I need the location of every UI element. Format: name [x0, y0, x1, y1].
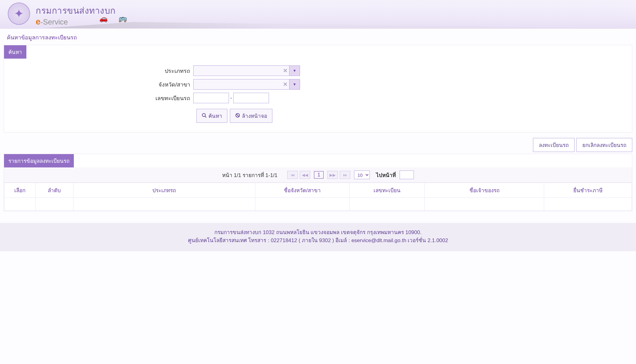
list-panel: รายการข้อมูลลงทะเบียนรถ หน้า 1/1 รายการท…: [4, 154, 632, 211]
table-cell: [4, 198, 36, 211]
register-button[interactable]: ลงทะเบียนรถ: [533, 138, 575, 152]
chevron-down-icon: ▼: [293, 69, 297, 73]
vehicle-type-label: ประเภทรถ: [10, 66, 193, 75]
last-page-button[interactable]: ⏭: [340, 171, 350, 179]
list-panel-header: รายการข้อมูลลงทะเบียนรถ: [4, 154, 74, 167]
data-table: เลือกลำดับประเภทรถชื่อจังหวัด/สาขาเลขทะเ…: [4, 183, 632, 211]
column-header: ประเภทรถ: [73, 183, 255, 198]
column-header: เลือก: [4, 183, 36, 198]
table-cell: [544, 198, 632, 211]
logo: ✦: [8, 2, 30, 25]
table-cell: [255, 198, 349, 211]
svg-line-1: [205, 116, 206, 118]
cancel-icon: [235, 113, 240, 119]
plate-label: เลขทะเบียนรถ: [10, 94, 193, 103]
page-size-select[interactable]: 10: [354, 171, 370, 179]
next-icon: ▶▶: [329, 173, 336, 177]
province-input[interactable]: [193, 79, 289, 90]
header-banner: ✦ กรมการขนส่งทางบก e-Service 🚗 🚌: [0, 0, 636, 29]
first-icon: ⏮: [291, 173, 295, 177]
prev-page-button[interactable]: ◀◀: [300, 171, 310, 179]
last-icon: ⏭: [343, 173, 347, 177]
paginator: หน้า 1/1 รายการที่ 1-1/1 ⏮ ◀◀ 1 ▶▶ ⏭ 10 …: [4, 167, 632, 183]
current-page[interactable]: 1: [314, 171, 324, 179]
chevron-down-icon: ▼: [293, 82, 297, 87]
table-cell: [425, 198, 544, 211]
column-header: ชื่อเจ้าของรถ: [425, 183, 544, 198]
goto-input[interactable]: [400, 171, 414, 179]
paginator-info: หน้า 1/1 รายการที่ 1-1/1: [222, 171, 278, 179]
vehicle-type-input[interactable]: [193, 65, 289, 76]
plate-input-1[interactable]: [193, 93, 229, 103]
vehicle-type-dropdown[interactable]: ▼: [289, 65, 300, 76]
search-panel: ค้นหา ประเภทรถ ✕ ▼ จังหวัด/สาขา: [4, 45, 632, 132]
dash-separator: -: [230, 95, 232, 101]
province-dropdown[interactable]: ▼: [289, 79, 300, 90]
footer: กรมการขนส่งทางบก 1032 ถนนพหลโยธิน แขวงจอ…: [0, 223, 636, 251]
clear-icon[interactable]: ✕: [283, 67, 288, 74]
cancel-register-button[interactable]: ยกเลิกลงทะเบียนรถ: [576, 138, 632, 152]
table-cell: [73, 198, 255, 211]
plate-input-2[interactable]: [233, 93, 269, 103]
clear-button[interactable]: ล้างหน้าจอ: [230, 109, 272, 123]
province-label: จังหวัด/สาขา: [10, 80, 193, 89]
first-page-button[interactable]: ⏮: [287, 171, 298, 179]
svg-line-3: [236, 114, 239, 117]
svg-point-0: [202, 113, 205, 117]
footer-line2: ศูนย์เทคโนโลยีสารสนเทศ โทรสาร : 02271841…: [3, 237, 633, 245]
column-header: ลำดับ: [36, 183, 73, 198]
column-header: ชื่อจังหวัด/สาขา: [255, 183, 349, 198]
bus-icon: 🚌: [119, 15, 127, 23]
next-page-button[interactable]: ▶▶: [327, 171, 338, 179]
car-icon: 🚗: [99, 15, 108, 23]
clear-icon[interactable]: ✕: [283, 81, 288, 88]
table-cell: [349, 198, 425, 211]
table-cell: [36, 198, 73, 211]
goto-label: ไปหน้าที่: [376, 171, 396, 179]
prev-icon: ◀◀: [302, 173, 308, 177]
car-icons: 🚗 🚌: [99, 15, 127, 23]
search-icon: [202, 113, 207, 119]
page-title: ค้นหาข้อมูลการลงทะเบียนรถ: [4, 29, 632, 45]
footer-line1: กรมการขนส่งทางบก 1032 ถนนพหลโยธิน แขวงจอ…: [3, 229, 633, 237]
search-button[interactable]: ค้นหา: [196, 109, 227, 123]
column-header: ยื่นชำระภาษี: [544, 183, 632, 198]
table-row: [4, 198, 632, 211]
search-panel-header: ค้นหา: [4, 45, 26, 59]
column-header: เลขทะเบียน: [349, 183, 425, 198]
